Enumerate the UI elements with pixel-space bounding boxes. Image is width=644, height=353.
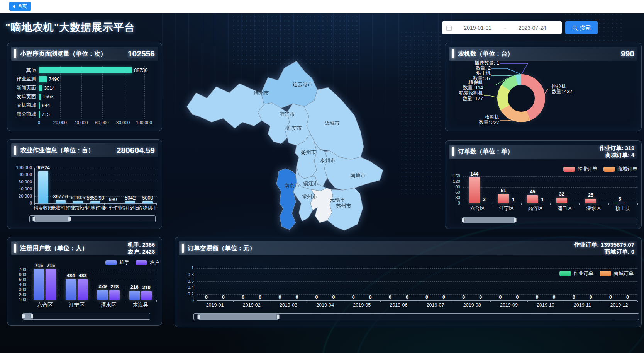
bar[interactable] [46,269,56,300]
map-region-suzhou[interactable] [327,188,363,230]
bar[interactable] [56,200,66,203]
legend-item-农户[interactable]: 农户 [136,259,159,266]
bar-value: 210 [142,285,151,290]
map-region-suqian[interactable] [258,103,290,144]
farmwork-datazoom-grip-right[interactable] [68,217,71,221]
home-tab[interactable]: 首页 [9,2,31,11]
bar[interactable] [38,171,48,203]
bar-value: 32 [559,191,564,197]
bar[interactable] [78,279,88,300]
bar-value: 228 [110,284,119,290]
date-start-value[interactable]: 2019-01-01 [452,25,503,31]
farmwork-datazoom-handle[interactable] [34,216,70,222]
legend-item-商城订单[interactable]: 商城订单 [600,270,634,277]
bar[interactable] [66,279,76,300]
c-orders-datazoom-handle[interactable] [463,217,516,223]
bar[interactable] [73,201,83,203]
c-orders-datazoom-grip-left[interactable] [462,218,465,222]
bar-value: 0 [389,295,391,300]
bar[interactable] [109,290,120,300]
pie-label-line: 收割机 [461,115,499,120]
category-label: 飞防统治 [68,205,88,211]
gridline [463,198,637,198]
legend-item-机手[interactable]: 机手 [105,259,129,266]
legend-item-商城订单[interactable]: 商城订单 [603,165,637,172]
bar-value: 0 [352,295,355,300]
bar[interactable] [498,194,509,203]
map-region-xuzhou[interactable] [187,84,264,128]
axis-tick [61,300,61,302]
c-users-datazoom-grip-left[interactable] [22,314,25,319]
map-label-wuxi: 无锡市 [330,197,345,203]
bar[interactable] [39,76,47,82]
bar[interactable] [527,195,538,203]
c-trans-datazoom-handle[interactable] [198,314,278,320]
axis-tick-label: 40,000 [7,186,32,191]
legend-item-作业订单[interactable]: 作业订单 [563,165,597,172]
home-dot-icon [13,5,15,8]
search-button[interactable]: 搜索 [565,21,598,34]
bar[interactable] [469,177,480,203]
c-orders-datazoom-track[interactable] [461,217,637,223]
bar-value: 0 [242,295,244,300]
c-users-datazoom-handle[interactable] [23,313,32,319]
bar[interactable] [585,199,596,203]
bar[interactable] [129,291,140,300]
bar-track: 3014 [39,85,144,91]
bar-value: 5042 [125,195,136,201]
bar-value: 1663 [43,94,54,99]
bar-value: 0 [425,295,428,300]
bar[interactable] [125,201,135,203]
bar-value: 144 [470,171,478,177]
map-label-taizhou: 泰州市 [320,157,336,163]
bar[interactable] [39,67,132,73]
c-trans-datazoom-track[interactable] [193,313,639,320]
bar[interactable] [108,203,118,204]
farmwork-chart: 100,00080,00060,00040,00020,000090324稻麦收… [7,140,162,229]
map-label-yancheng: 盐城市 [325,120,340,126]
farmwork-datazoom-grip-left[interactable] [32,217,36,221]
bar[interactable] [483,203,486,203]
legend-pill [563,167,575,172]
axis-tick [156,300,157,302]
map-region-nanjing[interactable] [276,169,297,230]
bar[interactable] [90,201,100,203]
bar-value: 3014 [44,85,55,91]
axis-tick-label: 600 [7,272,26,277]
axis-tick [637,203,638,205]
category-label: 颍上县 [615,205,630,212]
axis-tick [564,301,564,302]
date-range-picker[interactable]: 2019-01-01 - 2023-07-24 [442,21,562,34]
date-end-value[interactable]: 2023-07-24 [507,25,558,31]
axis-tick [380,301,381,302]
bar[interactable] [556,198,567,203]
bar[interactable] [614,203,625,203]
bar-value: 0 [442,295,445,300]
category-label: 2019-05 [353,302,371,308]
bar[interactable] [39,111,40,118]
c-users-datazoom-track[interactable] [23,313,150,320]
axis-tick [454,301,454,302]
category-label: 作业监测 [12,76,36,82]
bar[interactable] [142,201,153,203]
bar-value: 0 [609,295,612,300]
farmwork-datazoom-track[interactable] [29,215,156,222]
bar[interactable] [39,94,41,100]
c-orders-datazoom-grip-right[interactable] [514,218,517,222]
c-users-datazoom-grip-right[interactable] [30,314,33,319]
bar-value: 0 [295,295,298,300]
machines-chart: 拖拉机数量: 432收割机数量: 227稻麦收割机数量: 177植保机数量: 1… [445,43,641,131]
transactions-chart: 作业订单商城订单10.80.60.40.20002019-01002019-02… [175,237,641,327]
legend-item-作业订单[interactable]: 作业订单 [559,270,593,277]
bar[interactable] [141,291,152,300]
axis-tick [608,203,609,205]
bar[interactable] [39,102,40,109]
c-trans-datazoom-grip-left[interactable] [197,314,200,319]
axis-tick-label: 60 [445,190,460,194]
bar[interactable] [97,290,108,300]
bar[interactable] [34,269,44,300]
machines-donut[interactable] [497,74,545,122]
calendar-icon[interactable] [446,25,452,31]
bar[interactable] [39,85,42,91]
c-trans-datazoom-grip-right[interactable] [276,314,280,319]
